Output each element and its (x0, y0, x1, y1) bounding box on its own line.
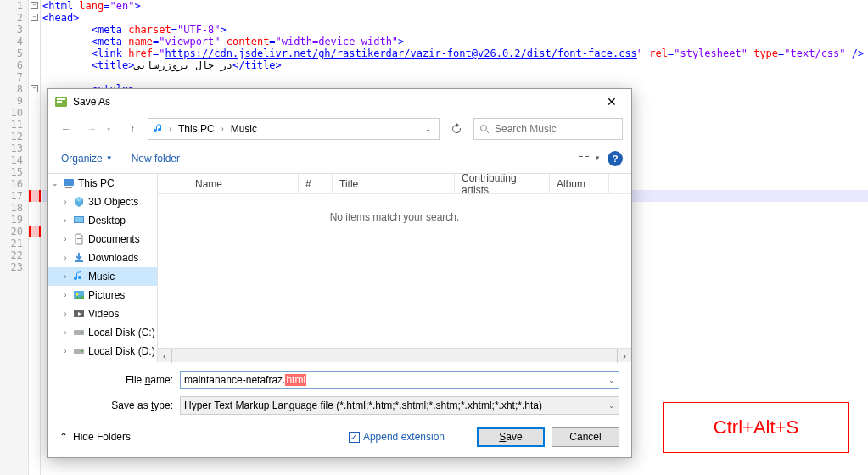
file-list[interactable]: Name # Title Contributing artists Album … (158, 174, 631, 362)
svg-rect-10 (585, 159, 589, 159)
column-number[interactable]: # (299, 174, 333, 193)
new-folder-button[interactable]: New folder (126, 149, 185, 168)
refresh-button[interactable] (445, 118, 468, 140)
svg-rect-13 (65, 187, 72, 188)
back-button[interactable]: ← (56, 119, 76, 139)
tree-item-this-pc[interactable]: ⌄This PC (48, 174, 157, 193)
svg-rect-1 (57, 98, 65, 100)
address-dropdown-icon[interactable]: ⌄ (422, 125, 435, 133)
breadcrumb-item[interactable]: This PC (175, 123, 218, 135)
titlebar: Save As ✕ (48, 89, 631, 115)
svg-rect-2 (57, 101, 62, 103)
svg-rect-8 (585, 154, 589, 154)
expand-icon[interactable]: › (61, 198, 70, 206)
svg-rect-16 (77, 237, 81, 238)
tree-item-3d-objects[interactable]: ›3D Objects (48, 193, 157, 211)
forward-button[interactable]: → (81, 119, 102, 139)
svg-rect-12 (67, 187, 70, 187)
hide-folders-button[interactable]: ⌃ Hide Folders (59, 431, 131, 443)
search-box[interactable] (473, 118, 623, 140)
expand-icon[interactable]: › (61, 328, 70, 337)
tree-item-documents[interactable]: ›Documents (48, 230, 157, 249)
checkbox-checked-icon: ✓ (349, 432, 360, 443)
svg-rect-9 (585, 156, 589, 157)
line-gutter: 1234567891011121314151617181920212223 (0, 0, 29, 475)
filename-dropdown-icon[interactable]: ⌄ (608, 376, 615, 384)
horizontal-scrollbar[interactable]: ‹ › (158, 348, 631, 362)
toolbar: Organize▼ New folder ▼ ? (48, 143, 631, 174)
filename-input[interactable]: maintanance-netafraz.html ⌄ (180, 371, 619, 389)
music-icon (152, 122, 165, 136)
svg-point-23 (81, 332, 83, 333)
fold-box[interactable]: − (31, 85, 38, 92)
vid-icon (72, 307, 86, 321)
folder-tree[interactable]: ⌄This PC›3D Objects›Desktop›Documents›Do… (48, 174, 158, 362)
append-extension-checkbox[interactable]: ✓ Append extension (349, 431, 445, 443)
tree-item-downloads[interactable]: ›Downloads (48, 249, 157, 267)
tree-item-local-disk-c-[interactable]: ›Local Disk (C:) (48, 323, 157, 342)
svg-rect-17 (77, 238, 81, 239)
form-area: File name: maintanance-netafraz.html ⌄ S… (48, 362, 631, 416)
saveastype-combo[interactable]: Hyper Text Markup Language file (*.html;… (180, 396, 619, 415)
svg-rect-15 (75, 217, 83, 222)
search-input[interactable] (495, 123, 622, 135)
filename-label: File name: (59, 374, 180, 386)
app-icon (54, 95, 68, 109)
disk-icon (72, 326, 86, 339)
expand-icon[interactable]: › (61, 272, 70, 281)
close-button[interactable]: ✕ (599, 89, 624, 115)
column-title[interactable]: Title (333, 174, 455, 193)
history-dropdown[interactable]: ▾ (107, 126, 117, 133)
chevron-right-icon: › (220, 125, 226, 133)
dialog-title: Save As (73, 96, 599, 108)
up-button[interactable]: ↑ (122, 119, 143, 139)
column-headers[interactable]: Name # Title Contributing artists Album (158, 174, 631, 194)
tree-item-music[interactable]: ›Music (48, 267, 157, 286)
svg-point-3 (481, 126, 487, 131)
expand-icon[interactable]: › (61, 216, 70, 225)
expand-icon[interactable]: › (61, 254, 70, 262)
dialog-body: ⌄This PC›3D Objects›Desktop›Documents›Do… (48, 174, 631, 362)
tree-item-local-disk-d-[interactable]: ›Local Disk (D:) (48, 342, 157, 360)
organize-button[interactable]: Organize▼ (56, 149, 118, 168)
svg-rect-5 (579, 154, 583, 154)
dialog-footer: ⌃ Hide Folders ✓ Append extension Save C… (48, 416, 631, 457)
expand-icon[interactable]: › (61, 291, 70, 299)
music-icon (72, 270, 86, 283)
fold-column: − − − (29, 0, 41, 475)
change-marker (29, 190, 41, 202)
cancel-button[interactable]: Cancel (552, 428, 619, 447)
column-name[interactable]: Name (188, 174, 299, 193)
expand-icon[interactable]: ⌄ (51, 179, 59, 187)
dl-icon (72, 251, 86, 265)
fold-box[interactable]: − (31, 2, 38, 9)
tree-item-desktop[interactable]: ›Desktop (48, 211, 157, 230)
disk-icon (72, 344, 86, 358)
svg-point-20 (76, 293, 79, 296)
tree-item-videos[interactable]: ›Videos (48, 305, 157, 323)
svg-rect-7 (579, 159, 583, 159)
fold-box[interactable]: − (31, 14, 38, 21)
svg-line-4 (486, 131, 489, 133)
help-button[interactable]: ? (608, 151, 623, 166)
column-artist[interactable]: Contributing artists (455, 174, 550, 193)
expand-icon[interactable]: › (61, 310, 70, 318)
saveastype-label: Save as type: (59, 400, 180, 411)
address-bar[interactable]: › This PC › Music ⌄ (148, 118, 440, 140)
scroll-left-icon[interactable]: ‹ (158, 349, 172, 363)
tree-item-pictures[interactable]: ›Pictures (48, 286, 157, 305)
shortcut-hint: Ctrl+Alt+S (663, 402, 849, 453)
breadcrumb-item[interactable]: Music (227, 123, 260, 135)
change-marker (29, 226, 41, 238)
view-button[interactable]: ▼ (578, 153, 601, 165)
pc-icon (62, 176, 76, 190)
scroll-right-icon[interactable]: › (617, 349, 631, 363)
expand-icon[interactable]: › (61, 235, 70, 243)
expand-icon[interactable]: › (61, 347, 70, 355)
column-album[interactable]: Album (550, 174, 609, 193)
svg-rect-18 (75, 260, 83, 262)
combo-dropdown-icon[interactable]: ⌄ (608, 401, 615, 410)
save-button[interactable]: Save (477, 428, 545, 447)
save-as-dialog: Save As ✕ ← → ▾ ↑ › This PC › Music ⌄ Or… (47, 88, 632, 458)
svg-rect-11 (64, 179, 74, 186)
